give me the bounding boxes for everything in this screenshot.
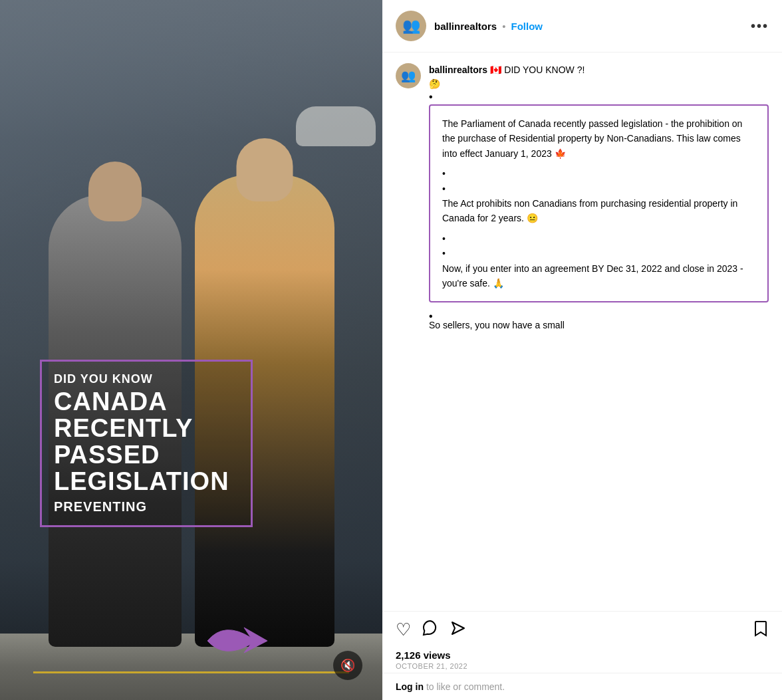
avatar[interactable]: 👥 [396,11,426,41]
box-para1: The Parliament of Canada recently passed… [442,116,755,161]
caption-avatar-image: 👥 [401,68,416,83]
box-bullet3: • [442,233,446,244]
post-content: 👥 ballinrealtors 🇨🇦 DID YOU KNOW ?! 🤔 • … [382,53,782,611]
box-para2: The Act prohibits non Canadians from pur… [442,196,755,226]
username-row: ballinrealtors • Follow [434,21,751,32]
post-date: OCTOBER 21, 2022 [396,662,769,670]
highlighted-content-box: The Parliament of Canada recently passed… [429,104,769,302]
car-silhouette [296,106,376,146]
more-options-button[interactable]: ••• [751,19,769,34]
like-button[interactable]: ♡ [396,620,411,642]
bullet2: • [429,310,769,316]
more-caption: So sellers, you now have a small [429,318,769,332]
video-panel: DID YOU KNOW CANADA RECENTLY PASSED LEGI… [0,0,382,700]
video-line1: DID YOU KNOW [54,372,239,386]
post-actions: ♡ [382,611,782,647]
caption-section: 👥 ballinrealtors 🇨🇦 DID YOU KNOW ?! 🤔 • … [396,63,769,332]
dot-separator: • [502,21,505,32]
login-link[interactable]: Log in [396,681,424,692]
comment-button[interactable] [422,620,439,642]
follow-button[interactable]: Follow [511,21,543,32]
post-header: 👥 ballinrealtors • Follow ••• [382,0,782,53]
video-text-overlay: DID YOU KNOW CANADA RECENTLY PASSED LEGI… [40,360,253,527]
caption-body: ballinrealtors 🇨🇦 DID YOU KNOW ?! 🤔 • Th… [429,63,769,332]
action-icons-group: ♡ [396,620,753,642]
bullet1: • [429,91,769,96]
header-info: ballinrealtors • Follow [434,21,751,32]
video-lines-main: CANADA RECENTLY PASSED LEGISLATION [54,389,239,495]
avatar-image: 👥 [402,17,420,35]
caption-flag: 🇨🇦 [490,64,504,75]
share-button[interactable] [450,620,467,642]
mute-icon: 🔇 [340,658,355,673]
caption-avatar[interactable]: 👥 [396,63,421,88]
box-bullet4: • [442,248,446,259]
caption-username[interactable]: ballinrealtors [429,64,487,75]
views-count: 2,126 views [396,649,769,661]
header-username[interactable]: ballinrealtors [434,21,497,32]
caption-title: DID YOU KNOW ?! [504,64,585,75]
box-para3: Now, if you enter into an agreement BY D… [442,261,755,291]
video-line-preventing: PREVENTING [54,499,239,515]
login-suffix: to like or comment. [426,681,505,692]
purple-arrow [204,614,271,670]
post-panel: 👥 ballinrealtors • Follow ••• 👥 ballinre… [382,0,782,700]
box-bullet1: • [442,168,446,179]
mute-button[interactable]: 🔇 [333,651,362,680]
login-section: Log in to like or comment. [382,673,782,700]
box-bullet2: • [442,183,446,194]
views-section: 2,126 views OCTOBER 21, 2022 [382,647,782,673]
caption-emoji: 🤔 [429,78,440,89]
bookmark-button[interactable] [753,620,769,642]
